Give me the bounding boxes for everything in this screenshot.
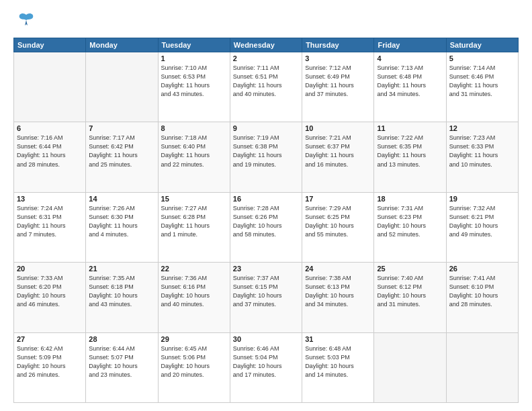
- day-info: Sunrise: 7:38 AM Sunset: 6:13 PM Dayligh…: [305, 274, 371, 309]
- day-info: Sunrise: 7:31 AM Sunset: 6:23 PM Dayligh…: [377, 204, 443, 239]
- calendar-header-monday: Monday: [86, 38, 158, 52]
- day-number: 24: [305, 265, 371, 273]
- day-info: Sunrise: 7:35 AM Sunset: 6:18 PM Dayligh…: [89, 274, 154, 309]
- day-number: 29: [161, 335, 227, 343]
- calendar-cell: [446, 332, 518, 402]
- day-info: Sunrise: 6:48 AM Sunset: 5:03 PM Dayligh…: [305, 345, 371, 379]
- calendar-cell: [374, 332, 446, 402]
- day-number: 23: [233, 265, 299, 273]
- day-info: Sunrise: 7:16 AM Sunset: 6:44 PM Dayligh…: [17, 134, 83, 169]
- calendar-cell: [14, 52, 86, 122]
- page: SundayMondayTuesdayWednesdayThursdayFrid…: [0, 0, 532, 411]
- day-info: Sunrise: 7:41 AM Sunset: 6:10 PM Dayligh…: [449, 274, 515, 309]
- day-number: 8: [161, 124, 227, 132]
- calendar-cell: 29Sunrise: 6:45 AM Sunset: 5:06 PM Dayli…: [158, 332, 230, 402]
- day-number: 11: [377, 124, 443, 132]
- calendar-cell: 16Sunrise: 7:28 AM Sunset: 6:26 PM Dayli…: [230, 192, 302, 262]
- day-info: Sunrise: 6:42 AM Sunset: 5:09 PM Dayligh…: [17, 345, 83, 379]
- day-number: 18: [377, 195, 443, 203]
- calendar-week-3: 13Sunrise: 7:24 AM Sunset: 6:31 PM Dayli…: [14, 192, 519, 262]
- day-number: 12: [449, 124, 515, 132]
- day-info: Sunrise: 7:17 AM Sunset: 6:42 PM Dayligh…: [89, 134, 154, 169]
- day-info: Sunrise: 7:40 AM Sunset: 6:12 PM Dayligh…: [377, 274, 443, 309]
- day-info: Sunrise: 7:10 AM Sunset: 6:53 PM Dayligh…: [161, 64, 227, 99]
- day-number: 26: [449, 265, 515, 273]
- day-info: Sunrise: 7:13 AM Sunset: 6:48 PM Dayligh…: [377, 64, 443, 99]
- calendar-cell: 6Sunrise: 7:16 AM Sunset: 6:44 PM Daylig…: [14, 122, 86, 192]
- calendar-header-friday: Friday: [374, 38, 446, 52]
- day-info: Sunrise: 7:23 AM Sunset: 6:33 PM Dayligh…: [449, 134, 515, 169]
- calendar-week-2: 6Sunrise: 7:16 AM Sunset: 6:44 PM Daylig…: [14, 122, 519, 192]
- day-info: Sunrise: 7:33 AM Sunset: 6:20 PM Dayligh…: [17, 274, 83, 309]
- day-number: 31: [305, 335, 371, 343]
- calendar-week-4: 20Sunrise: 7:33 AM Sunset: 6:20 PM Dayli…: [14, 263, 519, 332]
- calendar-cell: 8Sunrise: 7:18 AM Sunset: 6:40 PM Daylig…: [158, 122, 230, 192]
- calendar-cell: 12Sunrise: 7:23 AM Sunset: 6:33 PM Dayli…: [446, 122, 518, 192]
- day-number: 22: [161, 265, 227, 273]
- calendar-header-sunday: Sunday: [14, 38, 86, 52]
- calendar-cell: 24Sunrise: 7:38 AM Sunset: 6:13 PM Dayli…: [302, 263, 374, 332]
- calendar-cell: 26Sunrise: 7:41 AM Sunset: 6:10 PM Dayli…: [446, 263, 518, 332]
- calendar-cell: 21Sunrise: 7:35 AM Sunset: 6:18 PM Dayli…: [86, 263, 158, 332]
- day-info: Sunrise: 7:11 AM Sunset: 6:51 PM Dayligh…: [233, 64, 299, 99]
- day-info: Sunrise: 7:14 AM Sunset: 6:46 PM Dayligh…: [449, 64, 515, 99]
- calendar-header-wednesday: Wednesday: [230, 38, 302, 52]
- day-info: Sunrise: 7:22 AM Sunset: 6:35 PM Dayligh…: [377, 134, 443, 169]
- day-number: 20: [17, 265, 83, 273]
- calendar-cell: 7Sunrise: 7:17 AM Sunset: 6:42 PM Daylig…: [86, 122, 158, 192]
- calendar-cell: 28Sunrise: 6:44 AM Sunset: 5:07 PM Dayli…: [86, 332, 158, 402]
- day-number: 30: [233, 335, 299, 343]
- day-info: Sunrise: 7:37 AM Sunset: 6:15 PM Dayligh…: [233, 274, 299, 309]
- day-info: Sunrise: 7:29 AM Sunset: 6:25 PM Dayligh…: [305, 204, 371, 239]
- calendar-cell: 4Sunrise: 7:13 AM Sunset: 6:48 PM Daylig…: [374, 52, 446, 122]
- header: [13, 11, 519, 32]
- day-number: 5: [449, 54, 515, 62]
- calendar-header-thursday: Thursday: [302, 38, 374, 52]
- day-info: Sunrise: 7:28 AM Sunset: 6:26 PM Dayligh…: [233, 204, 299, 239]
- calendar-cell: 1Sunrise: 7:10 AM Sunset: 6:53 PM Daylig…: [158, 52, 230, 122]
- day-info: Sunrise: 7:18 AM Sunset: 6:40 PM Dayligh…: [161, 134, 227, 169]
- calendar-cell: 18Sunrise: 7:31 AM Sunset: 6:23 PM Dayli…: [374, 192, 446, 262]
- day-number: 10: [305, 124, 371, 132]
- calendar-cell: 11Sunrise: 7:22 AM Sunset: 6:35 PM Dayli…: [374, 122, 446, 192]
- day-info: Sunrise: 7:21 AM Sunset: 6:37 PM Dayligh…: [305, 134, 371, 169]
- day-number: 21: [89, 265, 154, 273]
- day-info: Sunrise: 6:45 AM Sunset: 5:06 PM Dayligh…: [161, 345, 227, 379]
- calendar-cell: 9Sunrise: 7:19 AM Sunset: 6:38 PM Daylig…: [230, 122, 302, 192]
- calendar-cell: 19Sunrise: 7:32 AM Sunset: 6:21 PM Dayli…: [446, 192, 518, 262]
- day-info: Sunrise: 7:26 AM Sunset: 6:30 PM Dayligh…: [89, 204, 154, 239]
- day-number: 25: [377, 265, 443, 273]
- day-number: 14: [89, 195, 154, 203]
- day-number: 16: [233, 195, 299, 203]
- day-number: 4: [377, 54, 443, 62]
- calendar-cell: 31Sunrise: 6:48 AM Sunset: 5:03 PM Dayli…: [302, 332, 374, 402]
- day-info: Sunrise: 7:19 AM Sunset: 6:38 PM Dayligh…: [233, 134, 299, 169]
- calendar-cell: 20Sunrise: 7:33 AM Sunset: 6:20 PM Dayli…: [14, 263, 86, 332]
- day-number: 7: [89, 124, 154, 132]
- day-info: Sunrise: 7:36 AM Sunset: 6:16 PM Dayligh…: [161, 274, 227, 309]
- calendar-week-5: 27Sunrise: 6:42 AM Sunset: 5:09 PM Dayli…: [14, 332, 519, 402]
- calendar-cell: 3Sunrise: 7:12 AM Sunset: 6:49 PM Daylig…: [302, 52, 374, 122]
- logo-bird-icon: [17, 11, 36, 32]
- calendar-cell: 30Sunrise: 6:46 AM Sunset: 5:04 PM Dayli…: [230, 332, 302, 402]
- day-number: 27: [17, 335, 83, 343]
- calendar-cell: 13Sunrise: 7:24 AM Sunset: 6:31 PM Dayli…: [14, 192, 86, 262]
- day-number: 15: [161, 195, 227, 203]
- calendar-header-saturday: Saturday: [446, 38, 518, 52]
- calendar-cell: 22Sunrise: 7:36 AM Sunset: 6:16 PM Dayli…: [158, 263, 230, 332]
- day-info: Sunrise: 7:32 AM Sunset: 6:21 PM Dayligh…: [449, 204, 515, 239]
- day-number: 1: [161, 54, 227, 62]
- calendar-cell: 10Sunrise: 7:21 AM Sunset: 6:37 PM Dayli…: [302, 122, 374, 192]
- day-number: 6: [17, 124, 83, 132]
- calendar-cell: 15Sunrise: 7:27 AM Sunset: 6:28 PM Dayli…: [158, 192, 230, 262]
- day-info: Sunrise: 6:46 AM Sunset: 5:04 PM Dayligh…: [233, 345, 299, 379]
- day-number: 13: [17, 195, 83, 203]
- day-number: 28: [89, 335, 154, 343]
- calendar-week-1: 1Sunrise: 7:10 AM Sunset: 6:53 PM Daylig…: [14, 52, 519, 122]
- calendar-header-tuesday: Tuesday: [158, 38, 230, 52]
- calendar-cell: 14Sunrise: 7:26 AM Sunset: 6:30 PM Dayli…: [86, 192, 158, 262]
- day-info: Sunrise: 7:24 AM Sunset: 6:31 PM Dayligh…: [17, 204, 83, 239]
- day-number: 9: [233, 124, 299, 132]
- calendar-cell: 23Sunrise: 7:37 AM Sunset: 6:15 PM Dayli…: [230, 263, 302, 332]
- day-number: 19: [449, 195, 515, 203]
